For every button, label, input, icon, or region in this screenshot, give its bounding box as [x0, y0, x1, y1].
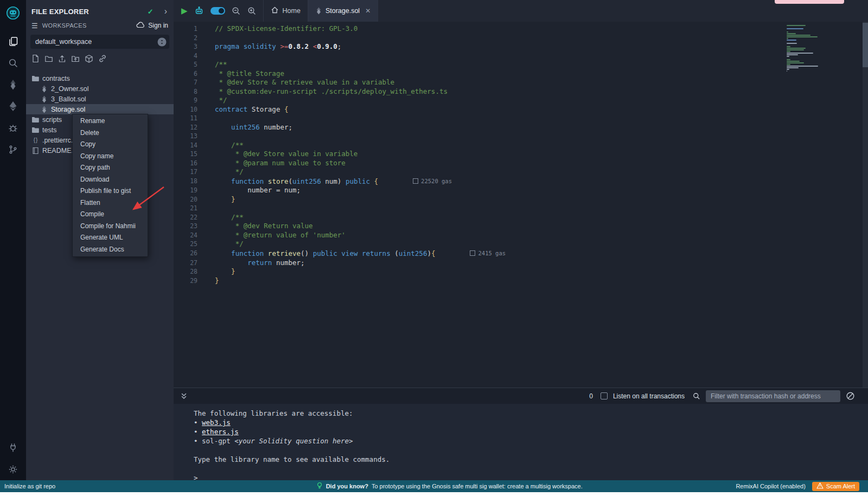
context-menu-item-generate-uml[interactable]: Generate UML: [73, 232, 148, 244]
code-line[interactable]: 4: [174, 51, 868, 61]
code-line[interactable]: 25 */: [174, 240, 868, 249]
code-line[interactable]: 19 number = num;: [174, 186, 868, 195]
tree-item-3-ballot-sol[interactable]: 3_Ballot.sol: [26, 94, 174, 104]
publish-ipfs-icon[interactable]: [85, 54, 93, 63]
code-line[interactable]: 1// SPDX-License-Identifier: GPL-3.0: [174, 24, 868, 34]
workspaces-menu-icon[interactable]: ☰: [31, 22, 38, 30]
git-icon[interactable]: [0, 139, 26, 160]
line-number[interactable]: 25: [174, 240, 205, 249]
line-number[interactable]: 28: [174, 267, 205, 276]
line-number[interactable]: 23: [174, 222, 205, 231]
code-line[interactable]: 24 * @return value of 'number': [174, 231, 868, 240]
context-menu-item-flatten[interactable]: Flatten: [73, 197, 148, 209]
terminal-link[interactable]: web3.js: [202, 418, 231, 427]
run-script-button[interactable]: ▶: [181, 6, 188, 16]
tree-item-storage-sol[interactable]: Storage.sol: [26, 104, 174, 114]
context-menu-item-delete[interactable]: Delete: [73, 127, 148, 139]
context-menu-item-download[interactable]: Download: [73, 174, 148, 186]
line-number[interactable]: 7: [174, 78, 205, 87]
zoom-out-icon[interactable]: [231, 6, 241, 16]
code-line[interactable]: 23 * @dev Return value: [174, 222, 868, 231]
external-link-icon[interactable]: [98, 54, 107, 63]
line-number[interactable]: 17: [174, 167, 205, 177]
line-number[interactable]: 24: [174, 231, 205, 240]
code-line[interactable]: 22 /**: [174, 213, 868, 222]
workspace-options-icon[interactable]: [157, 37, 167, 47]
upload-file-icon[interactable]: [58, 54, 66, 63]
sign-in-button[interactable]: Sign in: [136, 21, 168, 30]
context-menu-item-copy[interactable]: Copy: [73, 139, 148, 151]
code-line[interactable]: 21: [174, 204, 868, 213]
close-tab-icon[interactable]: ✕: [365, 7, 371, 15]
line-number[interactable]: 29: [174, 276, 205, 286]
code-line[interactable]: 18 function store(uint256 num) public {2…: [174, 177, 868, 186]
clear-console-icon[interactable]: [846, 391, 855, 401]
code-line[interactable]: 7 * @dev Store & retrieve value in a var…: [174, 78, 868, 87]
copilot-status[interactable]: RemixAI Copilot (enabled): [736, 483, 805, 489]
code-line[interactable]: 28 }: [174, 267, 868, 276]
upload-folder-icon[interactable]: [71, 54, 80, 63]
minimap[interactable]: [787, 25, 822, 72]
code-line[interactable]: 20 }: [174, 195, 868, 204]
git-init-button[interactable]: Initialize as git repo: [0, 483, 163, 489]
line-number[interactable]: 6: [174, 69, 205, 79]
tree-item-2-owner-sol[interactable]: 2_Owner.sol: [26, 83, 174, 94]
expand-terminal-icon[interactable]: [180, 392, 188, 400]
context-menu-item-generate-docs[interactable]: Generate Docs: [73, 244, 148, 256]
line-number[interactable]: 2: [174, 34, 205, 43]
code-line[interactable]: 15 * @dev Store value in variable: [174, 150, 868, 159]
create-file-icon[interactable]: [31, 54, 40, 63]
code-editor[interactable]: 1// SPDX-License-Identifier: GPL-3.023pr…: [174, 22, 868, 388]
context-menu-item-publish-file-to-gist[interactable]: Publish file to gist: [73, 185, 148, 197]
line-number[interactable]: 21: [174, 204, 205, 213]
editor-scroll-thumb[interactable]: [863, 23, 868, 67]
code-line[interactable]: 17 */: [174, 167, 868, 177]
code-line[interactable]: 10contract Storage {: [174, 105, 868, 114]
line-number[interactable]: 13: [174, 132, 205, 141]
line-number[interactable]: 5: [174, 60, 205, 69]
line-number[interactable]: 16: [174, 159, 205, 168]
line-number[interactable]: 19: [174, 186, 205, 195]
code-line[interactable]: 29}: [174, 276, 868, 286]
line-number[interactable]: 20: [174, 195, 205, 204]
code-line[interactable]: 3pragma solidity >=0.8.2 <0.9.0;: [174, 42, 868, 51]
deploy-run-icon[interactable]: [0, 95, 26, 117]
line-number[interactable]: 1: [174, 24, 205, 34]
context-menu-item-compile[interactable]: Compile: [73, 209, 148, 221]
debugger-icon[interactable]: [0, 117, 26, 139]
code-line[interactable]: 6 * @title Storage: [174, 69, 868, 79]
copilot-toggle[interactable]: [210, 7, 225, 15]
line-number[interactable]: 26: [174, 249, 205, 259]
line-number[interactable]: 18: [174, 177, 205, 186]
code-line[interactable]: 16 * @param num value to store: [174, 159, 868, 168]
transaction-filter-input[interactable]: [706, 390, 840, 402]
code-line[interactable]: 5/**: [174, 60, 868, 69]
settings-icon[interactable]: [0, 459, 26, 480]
context-menu-item-compile-for-nahmii[interactable]: Compile for Nahmii: [73, 221, 148, 233]
line-number[interactable]: 3: [174, 42, 205, 51]
line-number[interactable]: 12: [174, 123, 205, 132]
code-line[interactable]: 9 */: [174, 96, 868, 105]
tab-home[interactable]: Home: [263, 0, 308, 22]
terminal-link[interactable]: ethers.js: [202, 428, 239, 436]
line-number[interactable]: 10: [174, 105, 205, 114]
line-number[interactable]: 9: [174, 96, 205, 105]
zoom-in-icon[interactable]: [247, 6, 257, 16]
line-number[interactable]: 22: [174, 213, 205, 222]
code-line[interactable]: 11: [174, 114, 868, 123]
line-number[interactable]: 4: [174, 51, 205, 61]
code-line[interactable]: 2: [174, 34, 868, 43]
listen-all-checkbox[interactable]: [601, 392, 608, 399]
scam-alert-button[interactable]: Scam Alert: [812, 482, 859, 491]
remix-logo-icon[interactable]: [0, 0, 26, 26]
code-line[interactable]: 13: [174, 132, 868, 141]
line-number[interactable]: 8: [174, 87, 205, 96]
code-line[interactable]: 26 function retrieve() public view retur…: [174, 249, 868, 259]
workspace-selector[interactable]: default_workspace: [30, 35, 169, 49]
chevron-right-icon[interactable]: ›: [164, 7, 167, 16]
editor-scrollbar[interactable]: [863, 22, 868, 388]
search-icon[interactable]: [0, 52, 26, 74]
line-number[interactable]: 11: [174, 114, 205, 123]
context-menu-item-copy-path[interactable]: Copy path: [73, 162, 148, 174]
plugin-manager-icon[interactable]: [0, 437, 26, 459]
